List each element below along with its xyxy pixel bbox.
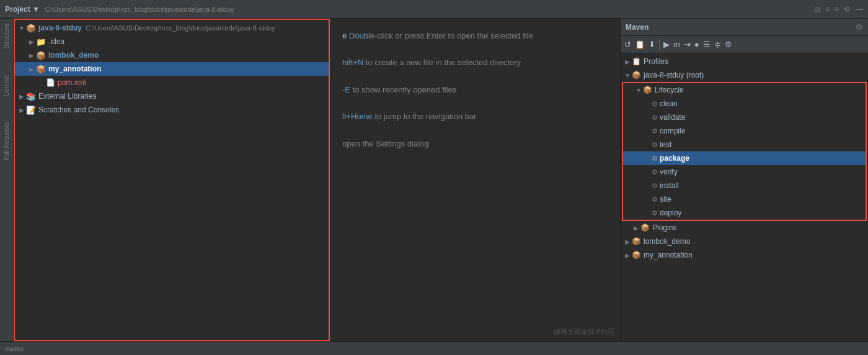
maven-panel: Maven ⚙ ↺ 📋 ⬇ ▶ m ⇥ ● ☰ ≑ ⚙ ▶ 📋 Profiles <box>620 19 868 341</box>
maven-item-site[interactable]: ⚙ site <box>623 192 866 206</box>
hint-double-click: e Double-click or press Enter to open th… <box>342 29 608 43</box>
toggle-my-annotation[interactable]: ▶ <box>27 66 36 73</box>
toggle-lifecycle[interactable]: ▼ <box>634 87 643 94</box>
toggle-scratches[interactable]: ▶ <box>17 107 26 114</box>
label-my-annotation: my_annotation <box>48 65 101 73</box>
maven-item-my-annotation-m[interactable]: ▶ 📦 my_annotation <box>621 248 868 262</box>
status-bar: marks <box>0 341 868 355</box>
hint-ctrl-e: -E to show recently opened files <box>342 83 608 97</box>
maven-wrench-icon[interactable]: ⚙ <box>725 40 732 49</box>
label-test: test <box>660 140 671 149</box>
maven-settings-icon[interactable]: ⚙ <box>856 22 863 32</box>
maven-tree: ▶ 📋 Profiles ▼ 📦 java-8-stduy (root) ▼ 📦… <box>621 53 868 341</box>
maven-item-deploy[interactable]: ⚙ deploy <box>623 206 866 220</box>
label-lombok: lombok_demo <box>48 51 99 60</box>
minimize-icon[interactable]: — <box>856 5 863 14</box>
hint-open-settings: open the Settings dialog <box>342 137 608 151</box>
maven-item-compile[interactable]: ⚙ compile <box>623 124 866 138</box>
tree-item-java8stduy[interactable]: ▼ 📦 java-8-stduy C:\Users\ASUS\Desktop\n… <box>15 21 329 35</box>
lib-icon-external: 📚 <box>26 92 36 101</box>
maven-item-test[interactable]: ⚙ test <box>623 138 866 151</box>
maven-toggle-icon[interactable]: ● <box>694 40 699 49</box>
maven-item-verify[interactable]: ⚙ verify <box>623 165 866 179</box>
collapse-all-icon[interactable]: ⊟ <box>814 5 820 14</box>
toggle-lombok-m[interactable]: ▶ <box>623 238 632 245</box>
tree-item-pom-xml[interactable]: 📄 pom.xml <box>15 76 329 89</box>
label-plugins: Plugins <box>652 223 676 232</box>
label-clean: clean <box>660 99 678 108</box>
tree-item-lombok-demo[interactable]: ▶ 📦 lombok_demo <box>15 48 329 62</box>
maven-download-icon[interactable]: ⬇ <box>649 40 655 49</box>
module-icon-lombok: 📦 <box>36 51 46 60</box>
maven-run-m-icon[interactable]: m <box>673 40 680 49</box>
label-profiles: Profiles <box>644 57 668 66</box>
project-path: C:\Users\ASUS\Desktop\nzc_blog\docs\java… <box>45 6 234 13</box>
maven-skip-icon[interactable]: ⇥ <box>684 40 691 49</box>
status-text: marks <box>5 345 24 353</box>
maven-refresh-icon[interactable]: ↺ <box>624 40 631 49</box>
toggle-java8root[interactable]: ▼ <box>623 72 632 79</box>
options-icon[interactable]: ≡ <box>835 5 839 14</box>
maven-header-actions: ⚙ <box>856 22 863 32</box>
label-deploy: deploy <box>660 209 681 217</box>
maven-item-lombok-demo-m[interactable]: ▶ 📦 lombok_demo <box>621 235 868 248</box>
watermark: @稀土掘金技术社区 <box>554 327 615 336</box>
maven-run-icon[interactable]: ▶ <box>663 40 670 49</box>
toggle-idea[interactable]: ▶ <box>27 38 36 45</box>
maven-item-java8root[interactable]: ▼ 📦 java-8-stduy (root) <box>621 68 868 82</box>
middle-content: e Double-click or press Enter to open th… <box>330 19 620 341</box>
label-lombok-demo-m: lombok_demo <box>644 237 690 246</box>
maven-item-lifecycle[interactable]: ▼ 📦 Lifecycle <box>623 83 866 97</box>
module-icon-lombok-m: 📦 <box>632 237 641 246</box>
maven-sort-icon[interactable]: ≑ <box>714 40 721 49</box>
toggle-lombok[interactable]: ▶ <box>27 52 36 59</box>
sidebar-item-commit[interactable]: Commit <box>3 73 10 99</box>
tree-item-idea[interactable]: ▶ 📁 .idea <box>15 35 329 48</box>
label-validate: validate <box>660 113 685 122</box>
gear-icon-package: ⚙ <box>652 155 658 163</box>
settings-icon[interactable]: ⚙ <box>844 5 851 14</box>
tree-item-scratches[interactable]: ▶ 📝 Scratches and Consoles <box>15 103 329 117</box>
hint-alt-home: lt+Home to jump to the navigation bar <box>342 109 608 124</box>
gear-icon-verify: ⚙ <box>652 168 658 176</box>
maven-item-clean[interactable]: ⚙ clean <box>623 97 866 110</box>
project-tree: ▼ 📦 java-8-stduy C:\Users\ASUS\Desktop\n… <box>15 20 329 340</box>
sidebar-item-structure[interactable]: Structure <box>3 21 10 52</box>
toggle-java8stduy[interactable]: ▼ <box>17 25 26 32</box>
maven-item-validate[interactable]: ⚙ validate <box>623 110 866 124</box>
toggle-my-annotation-m[interactable]: ▶ <box>623 252 632 259</box>
lifecycle-box: ▼ 📦 Lifecycle ⚙ clean ⚙ validate <box>622 82 867 221</box>
maven-item-profiles[interactable]: ▶ 📋 Profiles <box>621 55 868 68</box>
module-icon-java8root: 📦 <box>632 71 641 79</box>
maven-list-icon[interactable]: ☰ <box>703 40 711 49</box>
toggle-external-libs[interactable]: ▶ <box>17 93 26 100</box>
sidebar-item-pull-requests[interactable]: Pull Requests <box>3 120 10 163</box>
maven-copy-icon[interactable]: 📋 <box>635 40 645 49</box>
maven-header: Maven ⚙ <box>621 19 868 36</box>
label-install: install <box>660 181 679 190</box>
label-java8root: java-8-stduy (root) <box>644 71 704 79</box>
label-verify: verify <box>660 168 678 176</box>
project-label[interactable]: Project ▼ <box>5 5 40 14</box>
maven-separator <box>659 40 660 50</box>
label-site: site <box>660 195 671 204</box>
align-icon[interactable]: ≡ <box>825 5 830 14</box>
gear-icon-clean: ⚙ <box>652 100 658 108</box>
path-java8stduy: C:\Users\ASUS\Desktop\nzc_blog\docs\java… <box>86 24 275 32</box>
maven-item-install[interactable]: ⚙ install <box>623 179 866 192</box>
tree-item-my-annotation[interactable]: ▶ 📦 my_annotation <box>15 62 329 76</box>
maven-item-plugins[interactable]: ▶ 📦 Plugins <box>621 221 868 235</box>
maven-item-package[interactable]: ⚙ package <box>623 151 866 165</box>
toggle-plugins[interactable]: ▶ <box>632 225 640 231</box>
toggle-profiles[interactable]: ▶ <box>623 58 632 65</box>
folder-icon-idea: 📁 <box>36 37 46 47</box>
xml-icon-pom: 📄 <box>46 78 55 87</box>
tree-item-external-libs[interactable]: ▶ 📚 External Libraries <box>15 89 329 103</box>
panel-header-actions: ⊟ ≡ ≡ ⚙ — <box>814 5 863 14</box>
gear-icon-validate: ⚙ <box>652 114 658 122</box>
gear-icon-site: ⚙ <box>652 195 658 204</box>
label-external-libs: External Libraries <box>38 92 96 101</box>
label-package: package <box>660 154 689 163</box>
label-java8stduy: java-8-stduy <box>38 24 82 32</box>
module-icon-java8stduy: 📦 <box>26 24 36 33</box>
